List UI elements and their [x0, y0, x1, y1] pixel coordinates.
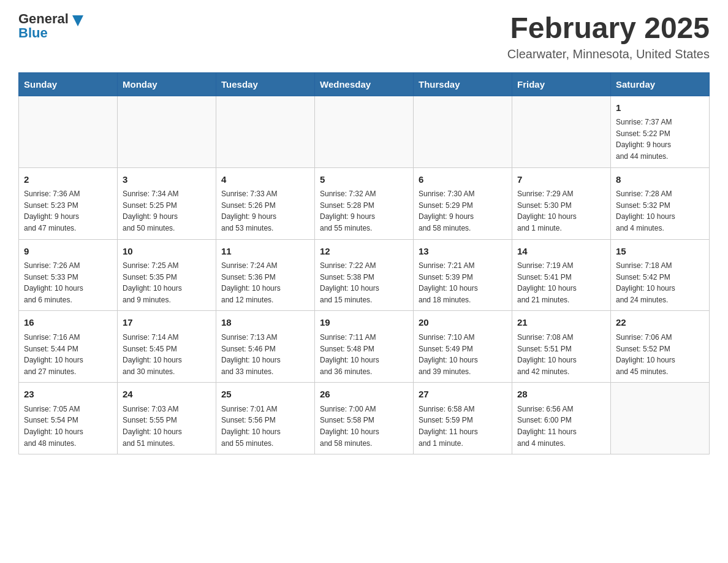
- day-number: 18: [221, 316, 309, 330]
- day-number: 20: [419, 316, 507, 330]
- calendar-cell: 8Sunrise: 7:28 AMSunset: 5:32 PMDaylight…: [611, 167, 710, 239]
- day-info: Sunrise: 6:58 AMSunset: 5:59 PMDaylight:…: [419, 404, 507, 449]
- day-number: 19: [320, 316, 408, 330]
- day-number: 7: [517, 173, 605, 187]
- logo-blue-text: Blue: [18, 25, 48, 40]
- calendar-table: SundayMondayTuesdayWednesdayThursdayFrid…: [18, 72, 710, 454]
- weekday-header-monday: Monday: [118, 72, 216, 96]
- day-info: Sunrise: 6:56 AMSunset: 6:00 PMDaylight:…: [517, 404, 605, 449]
- day-number: 2: [24, 173, 112, 187]
- calendar-cell: 19Sunrise: 7:11 AMSunset: 5:48 PMDayligh…: [315, 311, 414, 383]
- calendar-cell: 1Sunrise: 7:37 AMSunset: 5:22 PMDaylight…: [611, 96, 710, 167]
- day-number: 13: [419, 245, 507, 259]
- day-info: Sunrise: 7:08 AMSunset: 5:51 PMDaylight:…: [517, 332, 605, 377]
- week-row-4: 16Sunrise: 7:16 AMSunset: 5:44 PMDayligh…: [19, 311, 710, 383]
- calendar-cell: [414, 96, 512, 167]
- weekday-header-wednesday: Wednesday: [315, 72, 414, 96]
- calendar-cell: 16Sunrise: 7:16 AMSunset: 5:44 PMDayligh…: [19, 311, 118, 383]
- calendar-cell: 25Sunrise: 7:01 AMSunset: 5:56 PMDayligh…: [216, 383, 315, 454]
- day-info: Sunrise: 7:11 AMSunset: 5:48 PMDaylight:…: [320, 332, 408, 377]
- day-number: 22: [616, 316, 704, 330]
- day-number: 3: [123, 173, 211, 187]
- day-info: Sunrise: 7:30 AMSunset: 5:29 PMDaylight:…: [419, 188, 507, 234]
- week-row-2: 2Sunrise: 7:36 AMSunset: 5:23 PMDaylight…: [19, 167, 710, 239]
- weekday-header-thursday: Thursday: [414, 72, 512, 96]
- day-info: Sunrise: 7:00 AMSunset: 5:58 PMDaylight:…: [320, 404, 408, 449]
- weekday-header-row: SundayMondayTuesdayWednesdayThursdayFrid…: [19, 72, 710, 96]
- calendar-subtitle: Clearwater, Minnesota, United States: [507, 47, 710, 61]
- day-info: Sunrise: 7:19 AMSunset: 5:41 PMDaylight:…: [517, 260, 605, 305]
- title-block: February 2025 Clearwater, Minnesota, Uni…: [507, 12, 710, 61]
- day-info: Sunrise: 7:16 AMSunset: 5:44 PMDaylight:…: [24, 332, 112, 377]
- svg-marker-0: [72, 15, 83, 26]
- calendar-cell: [315, 96, 414, 167]
- day-number: 16: [24, 316, 112, 330]
- day-number: 21: [517, 316, 605, 330]
- day-info: Sunrise: 7:06 AMSunset: 5:52 PMDaylight:…: [616, 332, 704, 377]
- weekday-header-sunday: Sunday: [19, 72, 118, 96]
- day-info: Sunrise: 7:18 AMSunset: 5:42 PMDaylight:…: [616, 260, 704, 305]
- week-row-3: 9Sunrise: 7:26 AMSunset: 5:33 PMDaylight…: [19, 239, 710, 311]
- day-info: Sunrise: 7:22 AMSunset: 5:38 PMDaylight:…: [320, 260, 408, 305]
- day-info: Sunrise: 7:01 AMSunset: 5:56 PMDaylight:…: [221, 404, 309, 449]
- calendar-cell: 28Sunrise: 6:56 AMSunset: 6:00 PMDayligh…: [512, 383, 611, 454]
- calendar-cell: 15Sunrise: 7:18 AMSunset: 5:42 PMDayligh…: [611, 239, 710, 311]
- day-info: Sunrise: 7:36 AMSunset: 5:23 PMDaylight:…: [24, 188, 112, 234]
- day-info: Sunrise: 7:25 AMSunset: 5:35 PMDaylight:…: [123, 260, 211, 305]
- day-info: Sunrise: 7:10 AMSunset: 5:49 PMDaylight:…: [419, 332, 507, 377]
- page-header: General Blue February 2025 Clearwater, M…: [18, 12, 710, 61]
- week-row-5: 23Sunrise: 7:05 AMSunset: 5:54 PMDayligh…: [19, 383, 710, 454]
- day-info: Sunrise: 7:13 AMSunset: 5:46 PMDaylight:…: [221, 332, 309, 377]
- calendar-cell: 2Sunrise: 7:36 AMSunset: 5:23 PMDaylight…: [19, 167, 118, 239]
- day-number: 11: [221, 245, 309, 259]
- weekday-header-tuesday: Tuesday: [216, 72, 315, 96]
- calendar-cell: 26Sunrise: 7:00 AMSunset: 5:58 PMDayligh…: [315, 383, 414, 454]
- day-number: 6: [419, 173, 507, 187]
- day-info: Sunrise: 7:14 AMSunset: 5:45 PMDaylight:…: [123, 332, 211, 377]
- day-number: 4: [221, 173, 309, 187]
- logo: General Blue: [18, 12, 83, 40]
- day-number: 15: [616, 245, 704, 259]
- calendar-cell: [512, 96, 611, 167]
- day-number: 28: [517, 388, 605, 402]
- logo-general-text: General: [18, 11, 69, 26]
- calendar-cell: 24Sunrise: 7:03 AMSunset: 5:55 PMDayligh…: [118, 383, 216, 454]
- calendar-cell: 5Sunrise: 7:32 AMSunset: 5:28 PMDaylight…: [315, 167, 414, 239]
- day-number: 23: [24, 388, 112, 402]
- calendar-cell: 6Sunrise: 7:30 AMSunset: 5:29 PMDaylight…: [414, 167, 512, 239]
- calendar-cell: 12Sunrise: 7:22 AMSunset: 5:38 PMDayligh…: [315, 239, 414, 311]
- day-number: 10: [123, 245, 211, 259]
- day-number: 17: [123, 316, 211, 330]
- calendar-cell: 11Sunrise: 7:24 AMSunset: 5:36 PMDayligh…: [216, 239, 315, 311]
- day-number: 26: [320, 388, 408, 402]
- day-number: 9: [24, 245, 112, 259]
- calendar-cell: 23Sunrise: 7:05 AMSunset: 5:54 PMDayligh…: [19, 383, 118, 454]
- logo-triangle-icon: [72, 15, 83, 26]
- calendar-title: February 2025: [507, 12, 710, 45]
- weekday-header-saturday: Saturday: [611, 72, 710, 96]
- calendar-cell: 21Sunrise: 7:08 AMSunset: 5:51 PMDayligh…: [512, 311, 611, 383]
- calendar-cell: 27Sunrise: 6:58 AMSunset: 5:59 PMDayligh…: [414, 383, 512, 454]
- day-number: 8: [616, 173, 704, 187]
- day-number: 5: [320, 173, 408, 187]
- day-info: Sunrise: 7:32 AMSunset: 5:28 PMDaylight:…: [320, 188, 408, 234]
- day-info: Sunrise: 7:37 AMSunset: 5:22 PMDaylight:…: [616, 117, 704, 162]
- calendar-cell: [118, 96, 216, 167]
- calendar-cell: 18Sunrise: 7:13 AMSunset: 5:46 PMDayligh…: [216, 311, 315, 383]
- calendar-cell: 9Sunrise: 7:26 AMSunset: 5:33 PMDaylight…: [19, 239, 118, 311]
- day-info: Sunrise: 7:28 AMSunset: 5:32 PMDaylight:…: [616, 188, 704, 234]
- day-number: 1: [616, 101, 704, 115]
- day-number: 27: [419, 388, 507, 402]
- day-number: 25: [221, 388, 309, 402]
- calendar-cell: 4Sunrise: 7:33 AMSunset: 5:26 PMDaylight…: [216, 167, 315, 239]
- day-info: Sunrise: 7:05 AMSunset: 5:54 PMDaylight:…: [24, 404, 112, 449]
- calendar-cell: 7Sunrise: 7:29 AMSunset: 5:30 PMDaylight…: [512, 167, 611, 239]
- calendar-cell: [216, 96, 315, 167]
- calendar-cell: 10Sunrise: 7:25 AMSunset: 5:35 PMDayligh…: [118, 239, 216, 311]
- calendar-cell: 14Sunrise: 7:19 AMSunset: 5:41 PMDayligh…: [512, 239, 611, 311]
- calendar-cell: 22Sunrise: 7:06 AMSunset: 5:52 PMDayligh…: [611, 311, 710, 383]
- day-info: Sunrise: 7:21 AMSunset: 5:39 PMDaylight:…: [419, 260, 507, 305]
- calendar-cell: 20Sunrise: 7:10 AMSunset: 5:49 PMDayligh…: [414, 311, 512, 383]
- day-info: Sunrise: 7:26 AMSunset: 5:33 PMDaylight:…: [24, 260, 112, 305]
- weekday-header-friday: Friday: [512, 72, 611, 96]
